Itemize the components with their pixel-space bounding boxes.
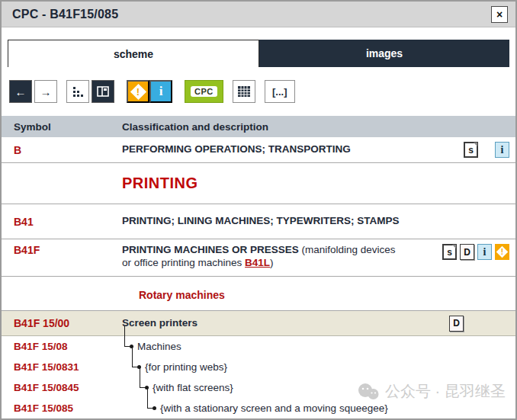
tab-scheme[interactable]: scheme [8,40,259,67]
cpc-button[interactable]: CPC [185,80,223,103]
cpc-label: CPC [191,86,217,97]
symbol-link-b41f15085[interactable]: B41F 15/085 [2,402,122,414]
description-b41f-note-post: ) [270,257,274,268]
forward-button[interactable]: → [34,80,57,103]
table-row: B41F 15/085 {with a stationary screen an… [2,398,515,418]
guidance-heading-row: Rotary machines [2,277,515,311]
tree-cell: Machines [122,336,515,357]
warning-notes-button[interactable]: ! [127,80,149,103]
description-b41f-title: PRINTING MACHINES OR PRESSES [122,244,299,255]
symbol-link-b41f1508[interactable]: B41F 15/08 [2,341,122,352]
tree-cell: {with a stationary screen and a moving s… [122,398,515,418]
info-button[interactable]: i [149,80,172,103]
table-row: B PERFORMING OPERATIONS; TRANSPORTING s … [2,137,515,163]
description-b41f15085: {with a stationary screen and a moving s… [122,402,388,414]
tab-images[interactable]: images [259,40,509,67]
ellipsis-icon: [...] [272,86,287,98]
symbol-link-b41f150845[interactable]: B41F 15/0845 [2,382,122,393]
tree-connector [140,367,146,388]
description-b41: PRINTING; LINING MACHINES; TYPEWRITERS; … [122,215,400,228]
tree-connector [132,347,138,367]
split-panes-icon [97,86,109,97]
info-icon: i [159,84,163,99]
info-icon[interactable]: i [495,142,509,158]
description-b: PERFORMING OPERATIONS; TRANSPORTING [122,143,351,156]
description-b41f1500: Screen printers [122,317,197,330]
tab-bar: scheme images [8,40,509,67]
tree-view-button[interactable] [66,80,89,103]
scheme-doc-icon[interactable]: s [464,142,478,158]
back-button[interactable]: ← [9,80,32,103]
table-header: Symbol Classification and description [2,116,515,137]
expand-notation-button[interactable]: [...] [265,80,295,103]
definition-icon[interactable]: D [460,244,474,260]
warning-icon[interactable]: ! [495,244,509,260]
table-row: B41F 15/0845 {with flat screens} [2,377,515,398]
cpc-popup-window: CPC - B41F15/085 × scheme images ← → [0,0,517,420]
symbol-link-b41[interactable]: B41 [2,216,122,228]
symbol-link-b41f[interactable]: B41F [2,244,122,256]
window-title: CPC - B41F15/085 [12,8,118,21]
table-row: B41F PRINTING MACHINES OR PRESSES (manif… [2,239,515,277]
symbol-link-b[interactable]: B [2,144,122,156]
section-title: PRINTING [122,175,198,192]
title-bar: CPC - B41F15/085 × [2,2,515,27]
toolbar: ← → ! i [9,76,515,107]
tab-scheme-label: scheme [114,48,153,60]
description-b41f150845: {with flat screens} [122,382,233,393]
symbol-link-b41f1500[interactable]: B41F 15/00 [2,317,122,329]
table-row-highlighted: B41F 15/00 Screen printers D [2,311,515,336]
section-title-row: PRINTING [2,163,515,204]
grid-icon [238,86,250,97]
info-icon[interactable]: i [477,244,492,260]
guidance-heading: Rotary machines [139,289,225,301]
symbol-column-header: Symbol [2,121,122,133]
symbol-link-b41f150831[interactable]: B41F 15/0831 [2,361,122,373]
tree-cell: {for printing webs} [122,357,515,377]
tree-cell: {with flat screens} [122,377,515,398]
forward-arrow-icon: → [40,85,52,98]
scheme-doc-icon[interactable]: s [442,244,457,260]
concordance-table-button[interactable] [233,80,255,103]
close-button[interactable]: × [491,6,508,23]
back-arrow-icon: ← [15,85,27,98]
row-icons: s D i ! [442,244,515,260]
warning-mark: ! [136,86,140,98]
tree-dots-icon [72,86,83,97]
description-column-header: Classification and description [122,121,268,133]
tree-connector [147,388,153,409]
split-view-button[interactable] [92,80,114,103]
row-icons: s i [464,142,515,158]
close-icon: × [496,8,503,21]
table-row: B41 PRINTING; LINING MACHINES; TYPEWRITE… [2,204,515,239]
description-b41f: PRINTING MACHINES OR PRESSES (manifoldin… [122,244,404,270]
classification-link-b41l[interactable]: B41L [245,257,270,268]
tree-connector [124,326,130,347]
table-row: B41F 15/0831 {for printing webs} [2,357,515,377]
definition-icon[interactable]: D [449,316,464,332]
row-icons: D [449,316,515,332]
warning-mark: ! [501,248,503,256]
table-row: B41F 15/08 Machines [2,336,515,357]
tab-images-label: images [366,47,403,59]
